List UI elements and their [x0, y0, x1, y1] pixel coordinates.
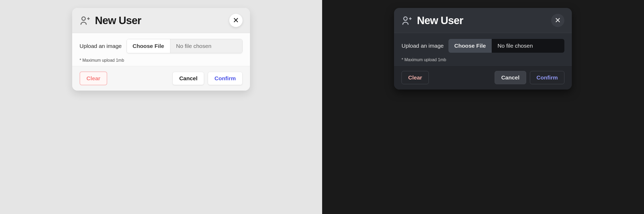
close-button[interactable] — [229, 14, 243, 27]
file-picker: Choose File No file chosen — [448, 39, 564, 53]
choose-file-button[interactable]: Choose File — [127, 39, 170, 53]
svg-point-5 — [404, 17, 407, 20]
close-icon — [555, 17, 561, 24]
dialog-header: New User — [72, 8, 250, 33]
upload-row: Upload an image Choose File No file chos… — [80, 39, 243, 53]
upload-hint: * Maximum upload 1mb — [401, 57, 564, 62]
dialog-footer: Clear Cancel Confirm — [394, 65, 572, 90]
dialog-body: Upload an image Choose File No file chos… — [72, 33, 250, 66]
file-status-text: No file chosen — [492, 39, 564, 53]
upload-row: Upload an image Choose File No file chos… — [401, 39, 564, 53]
upload-label: Upload an image — [401, 43, 444, 49]
upload-label: Upload an image — [80, 43, 122, 49]
confirm-button[interactable]: Confirm — [208, 72, 243, 85]
user-plus-icon — [401, 15, 412, 26]
new-user-dialog: New User Upload an image Choose File No … — [394, 8, 572, 90]
upload-hint: * Maximum upload 1mb — [80, 58, 243, 63]
confirm-button[interactable]: Confirm — [530, 71, 565, 84]
dark-theme-panel: New User Upload an image Choose File No … — [322, 0, 644, 214]
cancel-button[interactable]: Cancel — [495, 71, 526, 84]
dialog-title: New User — [417, 15, 551, 26]
clear-button[interactable]: Clear — [80, 72, 107, 85]
user-plus-icon — [80, 15, 90, 26]
dialog-footer: Clear Cancel Confirm — [72, 66, 250, 91]
close-icon — [233, 17, 239, 24]
svg-point-0 — [82, 17, 85, 20]
cancel-button[interactable]: Cancel — [172, 72, 204, 85]
file-status-text: No file chosen — [170, 39, 242, 53]
dialog-header: New User — [394, 8, 572, 33]
dialog-body: Upload an image Choose File No file chos… — [394, 33, 572, 65]
clear-button[interactable]: Clear — [401, 71, 429, 84]
new-user-dialog: New User Upload an image Choose File No … — [72, 8, 250, 91]
file-picker: Choose File No file chosen — [127, 39, 243, 53]
light-theme-panel: New User Upload an image Choose File No … — [0, 0, 322, 214]
dialog-title: New User — [95, 15, 229, 26]
close-button[interactable] — [551, 14, 564, 27]
choose-file-button[interactable]: Choose File — [448, 39, 492, 53]
